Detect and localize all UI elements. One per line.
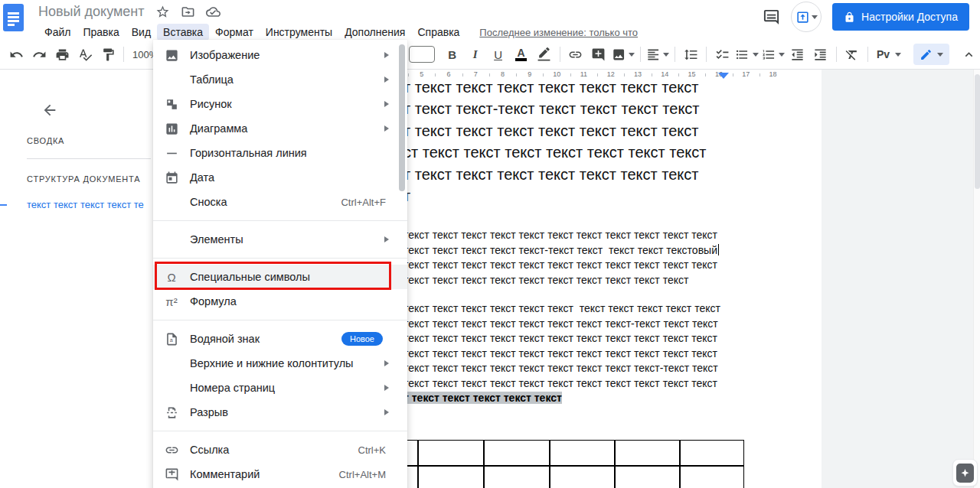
menu-item-image[interactable]: Изображение (153, 43, 407, 67)
outline-item[interactable]: текст текст текст текст те (27, 199, 144, 210)
text-line: текст текст текст текст текст текст текс… (403, 346, 720, 362)
last-edit-link[interactable]: Последнее изменение: только что (479, 27, 638, 38)
add-comment-button[interactable] (589, 44, 609, 64)
heading-line: т текст текст текст текст текст текст те… (403, 76, 706, 98)
align-button[interactable] (646, 44, 669, 64)
insert-link-button[interactable] (566, 44, 586, 64)
watermark-icon: a (162, 332, 181, 346)
explore-icon (956, 464, 974, 483)
scrollbar-thumb[interactable] (975, 74, 980, 189)
menu-item-drawing[interactable]: Рисунок (153, 92, 407, 116)
cloud-saved-icon[interactable] (206, 5, 220, 19)
heading-line: т (403, 185, 706, 207)
selected-text-line[interactable]: т текст текст текст текст текст (403, 391, 562, 406)
ruler-indent-marker[interactable] (718, 73, 729, 79)
menu-item-comment[interactable]: Комментарий Ctrl+Alt+M (153, 462, 407, 486)
editing-mode-button[interactable] (913, 44, 949, 65)
menu-format[interactable]: Формат (209, 24, 260, 41)
indent-button[interactable] (811, 44, 831, 64)
present-icon (795, 10, 810, 24)
summary-label: СВОДКА (27, 136, 64, 145)
print-button[interactable] (52, 44, 72, 64)
menu-item-footnote[interactable]: Сноска Ctrl+Alt+F (153, 190, 407, 214)
paragraph-2[interactable]: текст текст текст текст текст текст текс… (403, 301, 720, 392)
menu-edit[interactable]: Правка (77, 24, 125, 41)
star-icon[interactable] (155, 5, 170, 19)
share-button[interactable]: Настройки Доступа (832, 3, 969, 31)
menu-item-link[interactable]: Ссылка Ctrl+K (153, 438, 407, 462)
link-icon (162, 443, 181, 457)
text-line: текст текст текст текст текст текст текс… (403, 331, 720, 346)
menu-divider (153, 258, 407, 259)
menu-item-date[interactable]: Дата (153, 165, 407, 190)
comments-icon[interactable] (763, 8, 780, 26)
share-button-label: Настройки Доступа (861, 11, 958, 23)
menu-item-watermark[interactable]: a Водяной знак Новое (153, 327, 407, 351)
menu-view[interactable]: Вид (126, 24, 157, 41)
spell-check-button[interactable] (75, 44, 95, 64)
text-line: текст текст текст текст текст текст текс… (403, 301, 720, 317)
image-icon (162, 48, 181, 63)
svg-text:a: a (169, 337, 172, 343)
menu-item-headers-footers[interactable]: Верхние и нижние колонтитулы (153, 351, 407, 376)
highlight-color-button[interactable] (534, 44, 554, 64)
menu-scrollbar-thumb[interactable] (399, 44, 405, 191)
move-folder-icon[interactable] (181, 5, 195, 19)
insert-menu: Изображение Таблица Рисунок Диаграмма Го… (153, 40, 407, 488)
menu-item-equation[interactable]: π² Формула (153, 289, 407, 314)
menu-item-chart[interactable]: Диаграмма (153, 116, 407, 141)
bullet-list-button[interactable] (735, 44, 758, 64)
menu-help[interactable]: Справка (411, 24, 466, 41)
insert-image-button[interactable] (612, 44, 635, 64)
text-line: текст текст текст текст текст текст текс… (403, 361, 720, 376)
menu-tools[interactable]: Инструменты (260, 24, 338, 41)
ruler-number: 18 (760, 70, 786, 80)
paint-format-button[interactable] (98, 44, 118, 64)
ruler-number: 17 (733, 70, 760, 80)
menu-item-page-numbers[interactable]: Номера страниц (153, 376, 407, 400)
new-badge: Новое (341, 332, 383, 346)
menu-item-elements[interactable]: Элементы (153, 227, 407, 252)
document-heading[interactable]: т текст текст текст текст текст текст те… (403, 76, 706, 207)
undo-button[interactable] (6, 44, 26, 64)
menu-item-break[interactable]: Разрыв (153, 400, 407, 425)
document-title[interactable]: Новый документ (38, 4, 145, 20)
docs-logo[interactable] (3, 4, 24, 31)
app-header: Новый документ Файл Правка Вид Вставка Ф… (0, 0, 980, 40)
menu-addons[interactable]: Дополнения (338, 24, 411, 41)
submenu-arrow-icon (384, 52, 389, 58)
shortcut-label: Ctrl+K (358, 444, 386, 456)
toolbar: 100% B I U A Рv (0, 40, 980, 70)
document-table[interactable] (402, 440, 744, 488)
redo-button[interactable] (29, 44, 49, 64)
paragraph-1[interactable]: текст текст текст текст текст текст текс… (403, 228, 719, 288)
outline-header: СТРУКТУРА ДОКУМЕНТА (27, 174, 140, 184)
text-line: текст текст текст текст текст текст текс… (403, 317, 720, 332)
collapse-toolbar-icon[interactable] (959, 44, 978, 64)
menu-insert[interactable]: Вставка (157, 24, 209, 41)
vertical-scrollbar[interactable] (973, 70, 980, 488)
text-cursor (718, 244, 720, 255)
document-area: 56789101112131415161718 СВОДКА СТРУКТУРА… (0, 70, 980, 488)
menu-bar: Файл Правка Вид Вставка Формат Инструмен… (38, 23, 638, 41)
menu-item-table[interactable]: Таблица (153, 67, 407, 92)
menu-file[interactable]: Файл (38, 24, 77, 41)
menu-item-horizontal-line[interactable]: Горизонтальная линия (153, 141, 407, 165)
present-button[interactable] (791, 2, 822, 32)
outdent-button[interactable] (788, 44, 808, 64)
submenu-arrow-icon (384, 360, 389, 366)
line-spacing-button[interactable] (681, 44, 701, 64)
text-line: текст текст текст текст текст текст текс… (403, 376, 720, 392)
input-tools-button[interactable]: Рv (877, 48, 901, 60)
checklist-button[interactable] (712, 44, 732, 64)
bold-button[interactable]: B (443, 44, 462, 64)
explore-button[interactable] (952, 459, 978, 486)
sidebar-divider (27, 158, 151, 159)
clear-format-button[interactable] (842, 44, 862, 64)
text-color-button[interactable]: A (511, 44, 531, 64)
italic-button[interactable]: I (466, 44, 485, 64)
back-arrow-icon[interactable] (41, 102, 58, 122)
font-size-input[interactable] (409, 46, 434, 63)
numbered-list-button[interactable] (762, 44, 785, 64)
underline-button[interactable]: U (488, 44, 508, 64)
